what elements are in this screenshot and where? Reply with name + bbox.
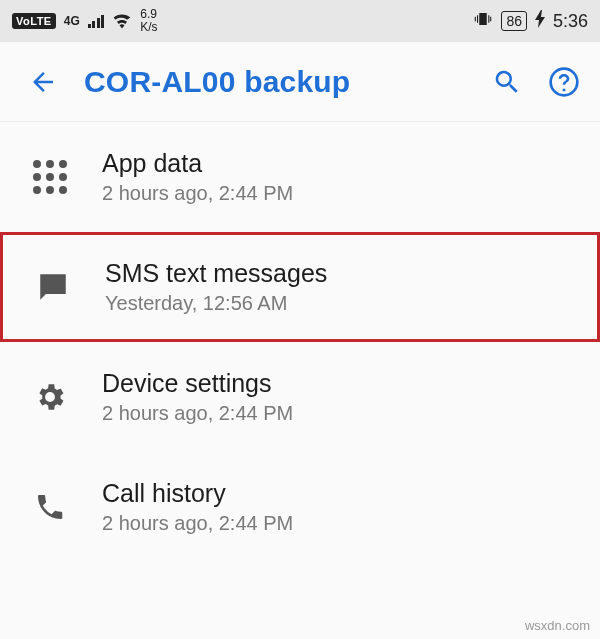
page-title: COR-AL00 backup xyxy=(84,65,466,99)
list-item-sms[interactable]: SMS text messages Yesterday, 12:56 AM xyxy=(0,232,600,342)
vibrate-icon xyxy=(473,10,493,32)
search-button[interactable] xyxy=(492,67,522,97)
list-text: Device settings 2 hours ago, 2:44 PM xyxy=(102,369,580,425)
status-left: VoLTE 4G 6.9 K/s xyxy=(12,8,158,33)
help-icon xyxy=(548,66,580,98)
settings-gear-icon xyxy=(30,380,70,414)
list-item-title: App data xyxy=(102,149,580,178)
wifi-icon xyxy=(112,13,132,29)
app-bar: COR-AL00 backup xyxy=(0,42,600,122)
list-item-app-data[interactable]: App data 2 hours ago, 2:44 PM xyxy=(0,122,600,232)
signal-bars-icon xyxy=(88,14,105,28)
apps-grid-icon xyxy=(30,160,70,194)
watermark: wsxdn.com xyxy=(525,618,590,633)
backup-list: App data 2 hours ago, 2:44 PM SMS text m… xyxy=(0,122,600,562)
phone-icon xyxy=(30,491,70,523)
back-arrow-icon xyxy=(28,67,58,97)
list-text: SMS text messages Yesterday, 12:56 AM xyxy=(105,259,577,315)
battery-indicator: 86 xyxy=(501,11,527,31)
list-text: App data 2 hours ago, 2:44 PM xyxy=(102,149,580,205)
status-bar: VoLTE 4G 6.9 K/s 86 5:36 xyxy=(0,0,600,42)
clock: 5:36 xyxy=(553,11,588,32)
help-button[interactable] xyxy=(548,66,580,98)
list-item-device-settings[interactable]: Device settings 2 hours ago, 2:44 PM xyxy=(0,342,600,452)
list-item-title: Call history xyxy=(102,479,580,508)
sms-icon xyxy=(33,270,73,304)
volte-badge: VoLTE xyxy=(12,13,56,29)
back-button[interactable] xyxy=(28,67,58,97)
list-item-call-history[interactable]: Call history 2 hours ago, 2:44 PM xyxy=(0,452,600,562)
list-item-subtitle: 2 hours ago, 2:44 PM xyxy=(102,402,580,425)
status-right: 86 5:36 xyxy=(473,10,588,32)
list-item-subtitle: 2 hours ago, 2:44 PM xyxy=(102,512,580,535)
list-item-subtitle: Yesterday, 12:56 AM xyxy=(105,292,577,315)
list-item-title: Device settings xyxy=(102,369,580,398)
list-item-title: SMS text messages xyxy=(105,259,577,288)
list-item-subtitle: 2 hours ago, 2:44 PM xyxy=(102,182,580,205)
signal-generation: 4G xyxy=(64,15,80,27)
charging-icon xyxy=(535,10,545,32)
list-text: Call history 2 hours ago, 2:44 PM xyxy=(102,479,580,535)
network-speed: 6.9 K/s xyxy=(140,8,157,33)
search-icon xyxy=(492,67,522,97)
